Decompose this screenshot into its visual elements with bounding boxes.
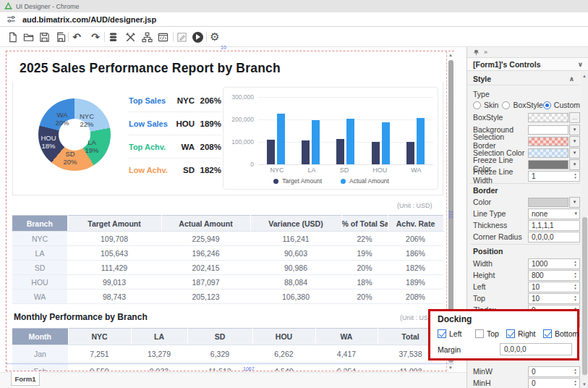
- left-stepper[interactable]: 10▴▾: [528, 282, 580, 292]
- ui-designer-window: UI Designer - Chrome aud.bimatrix.com/AU…: [0, 0, 588, 388]
- sitemap-button[interactable]: [140, 30, 154, 44]
- table-row: SD 111,429 202,415 90,986 20% 182%: [12, 261, 443, 275]
- top-stepper[interactable]: 10▴▾: [528, 293, 580, 304]
- open-folder-button[interactable]: [21, 30, 35, 44]
- dropdown-button[interactable]: ▾: [569, 136, 580, 147]
- chevron-down-icon: ∨: [578, 61, 583, 68]
- section-border-header: Border: [473, 186, 580, 195]
- divider: [470, 183, 580, 184]
- bar-chart-card: 300,000 200,000 100,000 0: [223, 87, 438, 190]
- section-style-header[interactable]: Style ∧: [467, 72, 580, 85]
- controls-dropdown[interactable]: [Form1]'s Controls ∨: [467, 57, 588, 71]
- chart-legend: Target Amount Actual Amount: [223, 177, 439, 185]
- run-button[interactable]: [190, 30, 205, 44]
- panel-scrollbar[interactable]: ▲ ▼: [581, 72, 588, 388]
- dropdown-button[interactable]: ▾: [569, 197, 580, 208]
- line-type-select[interactable]: none▾: [528, 208, 580, 219]
- border-color-swatch[interactable]: [528, 198, 568, 207]
- chevron-up-icon: ∧: [569, 75, 574, 83]
- ellipsis-button[interactable]: …: [569, 112, 580, 123]
- dock-bottom-checkbox[interactable]: Bottom: [543, 329, 579, 338]
- scroll-up-arrow[interactable]: ▲: [581, 74, 588, 78]
- width-stepper[interactable]: 1000▴▾: [528, 258, 580, 269]
- boxstyle-swatch[interactable]: [528, 113, 568, 122]
- panel-toolbar: »: [467, 47, 588, 57]
- dropdown-button[interactable]: ▾: [569, 159, 580, 170]
- minw-row: MinW 0▴▾: [473, 366, 580, 377]
- guide-top-marker: 10: [221, 45, 226, 50]
- docking-title: Docking: [438, 314, 472, 324]
- branch-summary-table: Branch Target Amount Actual Amount Varia…: [12, 215, 444, 304]
- minh-stepper[interactable]: 0▴▾: [528, 378, 580, 388]
- edit-button[interactable]: [174, 30, 189, 44]
- thickness-input[interactable]: 1,1,1,1: [528, 220, 580, 231]
- minw-stepper[interactable]: 0▴▾: [528, 366, 580, 377]
- selection-border-row: Selection Border ▾: [473, 135, 580, 147]
- site-settings-icon[interactable]: [7, 14, 16, 24]
- type-radio-row: Skin BoxStyle Custom: [473, 99, 580, 111]
- kpi-row: Low Sales HOU 189%: [129, 112, 221, 135]
- dock-top-checkbox[interactable]: Top: [475, 329, 499, 338]
- tools-button[interactable]: [123, 30, 137, 44]
- radio-boxstyle[interactable]: BoxStyle: [502, 101, 542, 109]
- radio-skin[interactable]: Skin: [473, 101, 502, 109]
- kpi-list: Top Sales NYC 206% Low Sales HOU 189% To…: [129, 89, 221, 182]
- selection-border-swatch[interactable]: [528, 137, 568, 146]
- minh-row: MinH 0▴▾: [473, 377, 580, 388]
- table-header-row: Month NYC LA SD HOU WA Total: [12, 329, 443, 345]
- scroll-up-arrow[interactable]: ▲: [447, 53, 454, 57]
- freeze-line-color-swatch[interactable]: [528, 160, 568, 169]
- dock-left-checkbox[interactable]: Left: [438, 329, 462, 338]
- dock-right-checkbox[interactable]: Right: [506, 329, 536, 338]
- undo-button[interactable]: ↶: [69, 30, 84, 44]
- form-tab[interactable]: Form1: [11, 372, 40, 386]
- corner-radius-input[interactable]: 0,0,0,0: [528, 232, 580, 242]
- scroll-down-arrow[interactable]: ▼: [581, 382, 588, 387]
- dropdown-button[interactable]: ▾: [569, 125, 580, 135]
- save-button[interactable]: [37, 30, 51, 44]
- form-tab-strip: [0, 372, 466, 388]
- margin-input[interactable]: 0,0,0,0: [500, 343, 572, 355]
- divider: [470, 244, 580, 245]
- donut-label-wa: WA20%: [48, 111, 77, 127]
- thickness-row: Thickness 1,1,1,1: [473, 219, 580, 231]
- margin-label: Margin: [438, 345, 461, 354]
- form-design-surface[interactable]: 2025 Sales Performance Report by Branch …: [6, 51, 454, 371]
- design-canvas[interactable]: 10 2025 Sales Performance Report by Bran…: [0, 47, 466, 388]
- save-all-button[interactable]: [53, 30, 67, 44]
- scroll-down-arrow[interactable]: ▼: [447, 366, 454, 370]
- table-row: Jan 7,251 13,279 6,329 6,262 4,417 37,53…: [12, 345, 443, 363]
- pin-icon[interactable]: [473, 49, 480, 56]
- table-row: NYC 109,708 225,949 116,241 22% 206%: [12, 232, 443, 246]
- table-row: LA 105,643 196,246 90,603 19% 186%: [12, 246, 443, 261]
- height-stepper[interactable]: 800▴▾: [528, 270, 580, 281]
- dropdown-button[interactable]: ▾: [569, 148, 580, 159]
- settings-gear-icon[interactable]: ⚙: [208, 30, 222, 44]
- left-row: Left 10▴▾: [473, 281, 580, 292]
- freeze-line-width-stepper[interactable]: 1▴▾: [528, 171, 580, 182]
- line-type-row: Line Type none▾: [473, 208, 580, 219]
- selection-color-swatch[interactable]: [528, 148, 568, 158]
- toolbar-separator: [173, 32, 174, 42]
- address-bar[interactable]: aud.bimatrix.com/AUD/designer.jsp: [0, 12, 588, 27]
- new-file-button[interactable]: [5, 30, 20, 44]
- redo-button[interactable]: ↷: [88, 30, 103, 44]
- database-button[interactable]: [106, 30, 120, 44]
- background-swatch[interactable]: [528, 125, 568, 135]
- scrollbar-thumb[interactable]: [582, 217, 587, 375]
- collapse-panel-icon[interactable]: »: [484, 48, 487, 56]
- bar-plot: [258, 97, 433, 164]
- radio-custom[interactable]: Custom: [543, 101, 580, 109]
- freeze-line-width-row: Freeze Line Width 1▴▾: [473, 170, 580, 182]
- window-title: UI Designer - Chrome: [16, 3, 80, 10]
- url-text[interactable]: aud.bimatrix.com/AUD/designer.jsp: [22, 15, 156, 24]
- window-titlebar: UI Designer - Chrome: [0, 0, 588, 12]
- code-window-button[interactable]: [155, 30, 170, 44]
- donut-label-sd: SD20%: [56, 150, 85, 166]
- x-axis-line: [258, 164, 433, 165]
- app-logo-icon: [4, 2, 12, 10]
- toolbar-separator: [206, 32, 207, 42]
- top-row: Top 10▴▾: [473, 292, 580, 304]
- boxstyle-row: BoxStyle …: [473, 111, 580, 123]
- toolbar-separator: [104, 32, 105, 42]
